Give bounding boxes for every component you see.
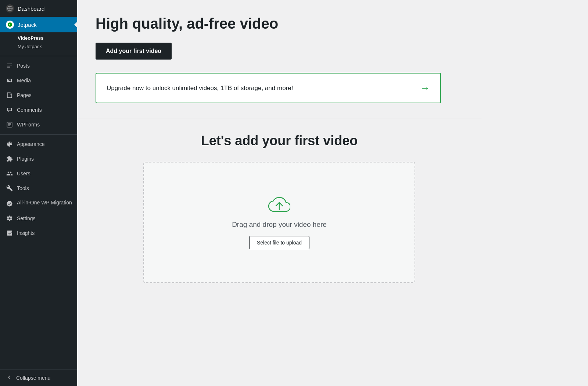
main-content: High quality, ad-free video Add your fir… bbox=[77, 0, 588, 386]
posts-label: Posts bbox=[17, 63, 30, 69]
sidebar-item-media[interactable]: Media bbox=[0, 73, 77, 88]
sidebar-item-insights[interactable]: Insights bbox=[0, 226, 77, 240]
sidebar-item-wpforms[interactable]: WPForms bbox=[0, 117, 77, 132]
nav-divider-2 bbox=[0, 134, 77, 135]
settings-icon bbox=[6, 215, 13, 222]
wp-logo-icon bbox=[6, 4, 14, 12]
comments-icon bbox=[6, 106, 13, 114]
media-icon bbox=[6, 77, 13, 84]
appearance-label: Appearance bbox=[17, 141, 45, 147]
settings-label: Settings bbox=[17, 215, 36, 221]
sidebar-item-plugins[interactable]: Plugins bbox=[0, 151, 77, 166]
upload-dropzone[interactable]: Drag and drop your video here Select fil… bbox=[143, 162, 415, 283]
sidebar-item-dashboard[interactable]: Dashboard bbox=[0, 0, 77, 17]
page-title: High quality, ad-free video bbox=[96, 15, 463, 32]
plugins-label: Plugins bbox=[17, 156, 34, 162]
sidebar-item-posts[interactable]: Posts bbox=[0, 58, 77, 73]
upgrade-banner[interactable]: Upgrade now to unlock unlimited videos, … bbox=[96, 73, 441, 103]
sidebar: Dashboard Jetpack VideoPress My Jetpack … bbox=[0, 0, 77, 386]
sidebar-item-jetpack[interactable]: Jetpack bbox=[0, 17, 77, 32]
wpforms-icon bbox=[6, 121, 13, 128]
collapse-menu-button[interactable]: Collapse menu bbox=[0, 369, 77, 386]
upgrade-banner-text: Upgrade now to unlock unlimited videos, … bbox=[107, 85, 293, 92]
sidebar-item-users[interactable]: Users bbox=[0, 166, 77, 181]
sidebar-subitem-my-jetpack[interactable]: My Jetpack bbox=[18, 42, 71, 51]
wpforms-label: WPForms bbox=[17, 122, 40, 128]
tools-label: Tools bbox=[17, 185, 29, 191]
plugins-icon bbox=[6, 155, 13, 162]
users-label: Users bbox=[17, 171, 31, 176]
insights-icon bbox=[6, 229, 13, 237]
appearance-icon bbox=[6, 140, 13, 148]
sidebar-item-pages[interactable]: Pages bbox=[0, 88, 77, 103]
add-video-button[interactable]: Add your first video bbox=[96, 43, 172, 60]
nav-divider-1 bbox=[0, 56, 77, 56]
collapse-label: Collapse menu bbox=[16, 375, 50, 381]
sidebar-item-appearance[interactable]: Appearance bbox=[0, 137, 77, 151]
collapse-icon bbox=[6, 374, 12, 382]
users-icon bbox=[6, 170, 13, 177]
section-separator bbox=[77, 118, 481, 118]
pages-icon bbox=[6, 92, 13, 99]
sidebar-item-tools[interactable]: Tools bbox=[0, 181, 77, 196]
aio-migration-label: All-in-One WP Migration bbox=[17, 199, 72, 207]
posts-icon bbox=[6, 62, 13, 69]
migration-icon bbox=[6, 200, 13, 207]
jetpack-subnav: VideoPress My Jetpack bbox=[0, 32, 77, 54]
drag-drop-label: Drag and drop your video here bbox=[232, 221, 327, 229]
upload-cloud-icon bbox=[268, 196, 290, 213]
upgrade-arrow-icon: → bbox=[420, 82, 430, 94]
pages-label: Pages bbox=[17, 92, 32, 98]
sidebar-item-comments[interactable]: Comments bbox=[0, 103, 77, 117]
select-file-button[interactable]: Select file to upload bbox=[249, 236, 309, 249]
comments-label: Comments bbox=[17, 107, 42, 113]
sidebar-item-aio-migration[interactable]: All-in-One WP Migration bbox=[0, 196, 77, 211]
media-label: Media bbox=[17, 78, 31, 83]
sidebar-item-settings[interactable]: Settings bbox=[0, 211, 77, 226]
insights-label: Insights bbox=[17, 230, 35, 236]
jetpack-icon bbox=[6, 21, 14, 29]
sidebar-subitem-videopress[interactable]: VideoPress bbox=[18, 34, 71, 42]
tools-icon bbox=[6, 185, 13, 192]
section-title: Let's add your first video bbox=[96, 133, 463, 149]
